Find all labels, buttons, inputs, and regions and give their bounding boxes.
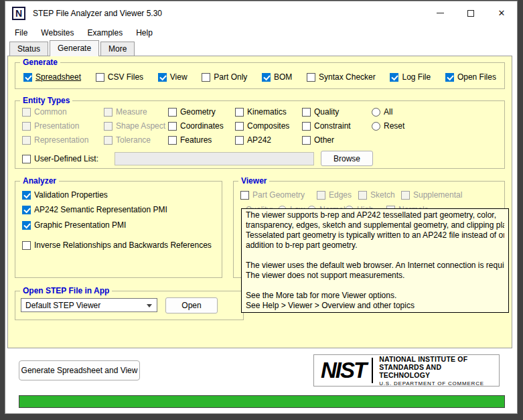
menu-file[interactable]: File (8, 26, 34, 40)
checkbox-sketch: Sketch (358, 190, 395, 200)
desktop: { "window": { "icon": "N", "title": "STE… (0, 0, 523, 420)
radio-icon (372, 122, 380, 131)
checkbox-icon (168, 122, 177, 131)
entity-types-group-label: Entity Types (20, 96, 72, 105)
open-button[interactable]: Open (165, 297, 218, 313)
checkbox-icon (235, 122, 244, 131)
checkbox-ap242[interactable]: AP242 (235, 135, 289, 145)
tooltip-line: transparency, edges, sketch and suppleme… (246, 220, 504, 230)
generate-spreadsheet-and-view-button[interactable]: Generate Spreadsheet and View (19, 360, 140, 380)
checkbox-user-defined-list[interactable]: User-Defined List: (22, 153, 98, 164)
checkbox-constraint[interactable]: Constraint (302, 121, 351, 131)
checkbox-label: Validation Properties (34, 190, 108, 200)
checkbox-label: Measure (116, 107, 147, 117)
radio-reset[interactable]: Reset (372, 121, 404, 131)
checkbox-kinematics[interactable]: Kinematics (235, 107, 289, 117)
entity-col-1: Common Presentation Representation (22, 107, 88, 149)
checkbox-label: Quality (314, 107, 339, 117)
checkbox-label: Constraint (314, 121, 351, 131)
menu-websites[interactable]: Websites (34, 26, 80, 40)
checkbox-features[interactable]: Features (168, 135, 224, 145)
close-button[interactable]: ✕ (486, 1, 517, 25)
checkbox-validation-properties[interactable]: Validation Properties (22, 190, 108, 200)
checkbox-representation: Representation (22, 135, 88, 145)
checkbox-label: Geometry (180, 107, 216, 117)
tab-status[interactable]: Status (9, 42, 48, 56)
tooltip-line: See Help > Viewer > Overview and other t… (246, 301, 504, 311)
checkbox-part-only[interactable]: Part Only (202, 72, 247, 82)
progress-bar (19, 395, 505, 408)
checkbox-label: Representation (34, 135, 88, 145)
checkbox-icon (302, 122, 311, 131)
menu-examples[interactable]: Examples (80, 26, 129, 40)
checkbox-label: Part Geometry (252, 190, 305, 200)
checkbox-syntax-checker[interactable]: Syntax Checker (307, 72, 376, 82)
app-icon: N (12, 7, 25, 20)
checkbox-graphic-presentation-pmi[interactable]: Graphic Presentation PMI (22, 220, 126, 230)
checkbox-shape-aspect: Shape Aspect (104, 121, 165, 131)
tab-more[interactable]: More (100, 42, 135, 56)
checkbox-inverse-relationships[interactable]: Inverse Relationships and Backwards Refe… (22, 240, 212, 251)
viewer-group-label: Viewer (238, 176, 269, 186)
checkbox-icon (262, 73, 271, 82)
app-window: N STEP File Analyzer and Viewer 5.30 ✕ F… (5, 1, 518, 414)
checkbox-label: Spreadsheet (35, 72, 81, 82)
checkbox-ap242-semantic-pmi[interactable]: AP242 Semantic Representation PMI (22, 204, 167, 215)
maximize-button[interactable] (455, 1, 486, 25)
checkbox-icon (22, 136, 31, 145)
checkbox-label: Open Files (457, 72, 496, 82)
checkbox-icon (390, 73, 398, 82)
checkbox-log-file[interactable]: Log File (390, 72, 431, 82)
checkbox-icon (23, 73, 32, 82)
menu-help[interactable]: Help (129, 26, 159, 40)
checkbox-edges: Edges (317, 190, 352, 200)
checkbox-icon (202, 73, 210, 82)
step-viewer-selected-value: Default STEP Viewer (25, 301, 100, 310)
entity-col-5: Quality Constraint Other (302, 107, 351, 149)
generate-group: Generate Spreadsheet CSV Files View Part… (15, 62, 505, 89)
checkbox-icon (235, 108, 244, 117)
checkbox-label: Presentation (34, 121, 79, 131)
checkbox-icon (302, 136, 311, 145)
checkbox-label: User-Defined List: (34, 154, 98, 163)
checkbox-label: Graphic Presentation PMI (34, 220, 126, 230)
checkbox-bom[interactable]: BOM (262, 72, 292, 82)
checkbox-quality[interactable]: Quality (302, 107, 351, 117)
checkbox-measure: Measure (104, 107, 165, 117)
checkbox-other[interactable]: Other (302, 135, 351, 145)
checkbox-presentation: Presentation (22, 121, 88, 131)
checkbox-spreadsheet[interactable]: Spreadsheet (23, 72, 81, 82)
checkbox-geometry[interactable]: Geometry (168, 107, 224, 117)
tooltip-line: addition to b-rep part geometry. (246, 240, 504, 251)
browse-button[interactable]: Browse (321, 151, 373, 166)
step-viewer-select[interactable]: Default STEP Viewer (21, 298, 157, 312)
checkbox-icon (158, 73, 167, 82)
nist-wordmark: NIST (321, 358, 366, 383)
nist-logo-divider (372, 358, 373, 383)
checkbox-open-files[interactable]: Open Files (445, 72, 496, 82)
entity-col-3: Geometry Coordinates Features (168, 107, 224, 149)
radio-all[interactable]: All (372, 107, 404, 117)
tab-generate[interactable]: Generate (50, 40, 99, 56)
checkbox-label: AP242 (247, 135, 271, 145)
open-app-group-label: Open STEP File in App (20, 286, 112, 295)
checkbox-label: Kinematics (247, 107, 287, 117)
tooltip-line: See the More tab for more Viewer options… (246, 291, 504, 301)
checkbox-label: Tolerance (116, 135, 151, 145)
checkbox-label: CSV Files (108, 72, 143, 82)
checkbox-icon (240, 191, 249, 200)
checkbox-label: Common (34, 107, 67, 117)
entity-col-4: Kinematics Composites AP242 (235, 107, 289, 149)
checkbox-composites[interactable]: Composites (235, 121, 289, 131)
checkbox-label: BOM (274, 72, 292, 82)
checkbox-csv-files[interactable]: CSV Files (96, 72, 143, 82)
checkbox-label: Shape Aspect (116, 121, 165, 131)
checkbox-label: Log File (402, 72, 431, 82)
checkbox-icon (22, 155, 31, 163)
checkbox-label: Edges (329, 190, 352, 200)
checkbox-icon (401, 191, 410, 200)
checkbox-coordinates[interactable]: Coordinates (168, 121, 224, 131)
open-app-group: Open STEP File in App Default STEP Viewe… (15, 291, 244, 320)
checkbox-view[interactable]: View (158, 72, 188, 82)
minimize-button[interactable] (425, 1, 455, 25)
